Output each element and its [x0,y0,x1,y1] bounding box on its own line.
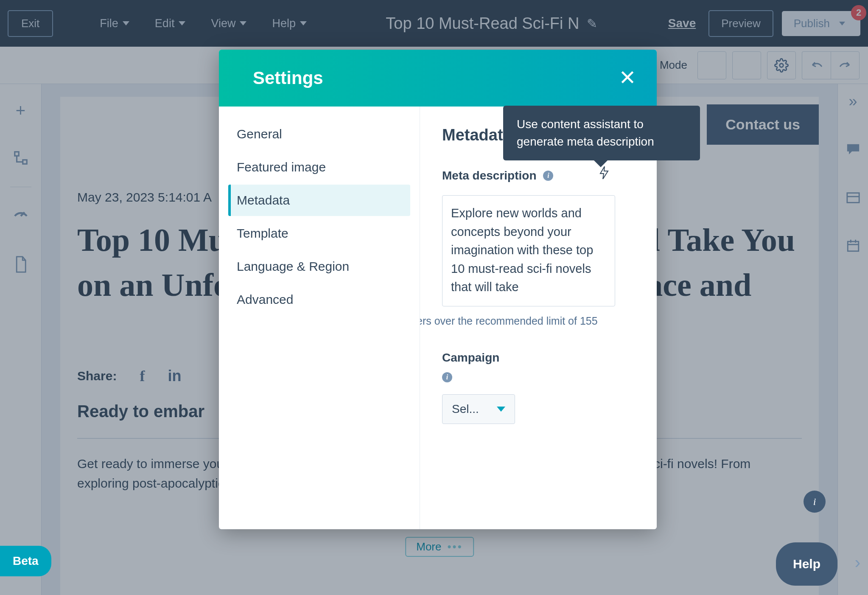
info-floating-button[interactable]: i [804,491,826,513]
sidebar-item-template[interactable]: Template [228,218,410,249]
sidebar-item-advanced[interactable]: Advanced [228,284,410,315]
close-icon [619,69,636,85]
caret-down-icon [497,407,505,412]
modal-content: Metadata Meta description i ers over the… [420,107,657,529]
meta-description-input[interactable] [442,195,615,306]
info-icon[interactable]: i [543,171,553,181]
ai-generate-button[interactable] [599,166,609,182]
chevron-right-icon[interactable]: › [855,553,860,572]
sidebar-item-language-region[interactable]: Language & Region [228,251,410,282]
info-icon[interactable]: i [442,372,452,382]
sidebar-item-featured-image[interactable]: Featured image [228,152,410,183]
modal-title: Settings [253,68,323,88]
beta-pill[interactable]: Beta [0,546,51,576]
meta-description-label: Meta description i [442,169,635,182]
modal-body: General Featured image Metadata Template… [219,107,657,529]
sidebar-item-general[interactable]: General [228,118,410,150]
campaign-select[interactable]: Sel... [442,394,515,424]
limit-warning: ers over the recommended limit of 155 [420,315,635,327]
close-button[interactable] [619,67,636,90]
lightning-icon [599,166,609,179]
sidebar-item-metadata[interactable]: Metadata [228,185,410,216]
modal-sidebar: General Featured image Metadata Template… [219,107,420,529]
campaign-label: Campaign [442,351,635,365]
modal-header: Settings [219,50,657,107]
tooltip-arrow [593,160,608,167]
help-button[interactable]: Help [776,542,837,586]
tooltip: Use content assistant to generate meta d… [503,106,700,160]
